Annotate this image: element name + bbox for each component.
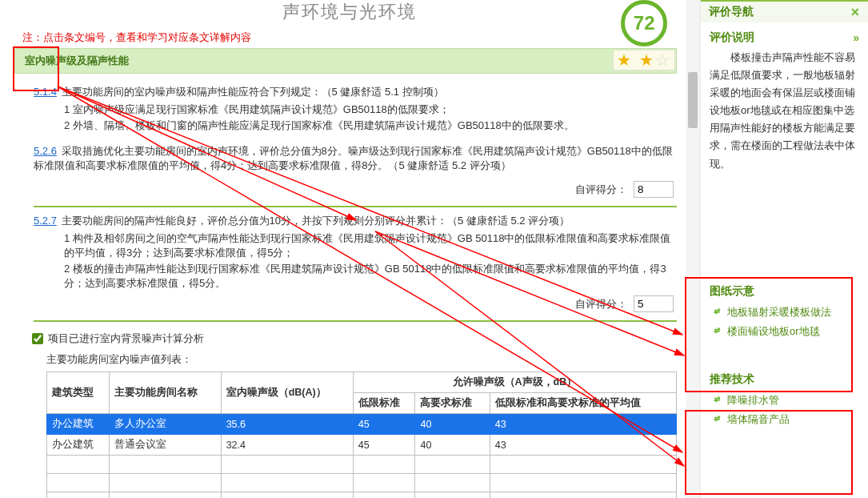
th-type: 建筑类型 <box>47 372 110 414</box>
analysis-checkbox[interactable] <box>32 333 43 344</box>
clause-527-text: 主要功能房间的隔声性能良好，评价总分值为10分，并按下列规则分别评分并累计：（5… <box>62 215 570 227</box>
cell-type: 办公建筑 <box>47 435 110 456</box>
sidebar-tech-header[interactable]: 推荐技术 <box>710 370 859 391</box>
clause-no-514[interactable]: 5.1.4 <box>34 86 57 98</box>
clause-no-526[interactable]: 5.2.6 <box>34 145 57 157</box>
cell-high: 40 <box>415 414 490 435</box>
note-hint: 注：点击条文编号，查看和学习对应条文详解内容 <box>0 30 699 48</box>
chevron-down-icon[interactable]: » <box>853 31 859 44</box>
th-allow: 允许噪声级（A声级，dB） <box>353 372 676 393</box>
share-icon <box>710 306 722 319</box>
score-row-526: 自评得分： <box>34 176 677 207</box>
sidebar-nav-title: 评价导航 <box>709 5 754 19</box>
drawing-link-1[interactable]: 地板辐射采暖楼板做法 <box>710 303 859 322</box>
drawing-link-2-label: 楼面铺设地板or地毯 <box>727 324 820 339</box>
table-row[interactable]: 办公建筑 多人办公室 35.6 45 40 43 <box>47 414 677 435</box>
th-room: 主要功能房间名称 <box>109 372 221 414</box>
cell-low: 45 <box>353 435 415 456</box>
table-row-empty[interactable] <box>47 474 677 492</box>
clause-514-sub1: 1 室内噪声级应满足现行国家标准《民用建筑隔声设计规范》GB50118的低限要求… <box>64 102 677 117</box>
stars-full: ★ ★ <box>617 51 655 69</box>
th-high: 高要求标准 <box>415 393 490 414</box>
clause-526-text: 采取措施优化主要功能房间的室内声环境，评价总分值为8分。噪声级达到现行国家标准《… <box>34 145 673 171</box>
table-row[interactable]: 办公建筑 普通会议室 32.4 45 40 43 <box>47 435 677 456</box>
th-low: 低限标准 <box>353 393 415 414</box>
cell-room: 普通会议室 <box>109 435 221 456</box>
share-icon <box>710 413 722 426</box>
drawing-link-2[interactable]: 楼面铺设地板or地毯 <box>710 322 859 341</box>
score-row-527: 自评得分： <box>34 291 677 322</box>
clause-527-sub1: 1 构件及相邻房间之间的空气声隔声性能达到现行国家标准《民用建筑隔声设计规范》G… <box>64 231 677 260</box>
share-icon <box>710 394 722 407</box>
cell-room: 多人办公室 <box>109 414 221 435</box>
drawing-link-1-label: 地板辐射采暖楼板做法 <box>727 305 831 319</box>
score-stars: ★ ★☆ <box>613 50 675 70</box>
clause-527: 5.2.7 主要功能房间的隔声性能良好，评价总分值为10分，并按下列规则分别评分… <box>34 214 677 228</box>
tech-link-2-label: 墙体隔音产品 <box>727 412 790 427</box>
cell-type: 办公建筑 <box>47 414 110 435</box>
scrollbar-thumb[interactable] <box>688 72 698 128</box>
score-badge: 72 ★ ★☆ <box>613 0 675 70</box>
clause-527-sub2: 2 楼板的撞击声隔声性能达到现行国家标准《民用建筑隔声设计规范》GB 50118… <box>64 262 677 291</box>
score-input-526[interactable] <box>634 181 674 198</box>
noise-table: 建筑类型 主要功能房间名称 室内噪声级（dB(A)） 允许噪声级（A声级，dB）… <box>46 371 677 498</box>
sidebar-nav-header[interactable]: 评价导航 ✕ <box>701 0 868 22</box>
clause-no-527[interactable]: 5.2.7 <box>34 215 57 227</box>
clause-514: 5.1.4 主要功能房间的室内噪声级和隔声性能应符合下列规定：（5 健康舒适 5… <box>34 85 677 99</box>
score-label-526: 自评得分： <box>575 183 627 195</box>
cell-db: 35.6 <box>221 414 353 435</box>
close-icon[interactable]: ✕ <box>850 6 860 18</box>
sidebar-explain-title: 评价说明 <box>710 30 754 45</box>
noise-table-title: 主要功能房间室内噪声值列表： <box>46 352 677 367</box>
section-header: 室内噪声级及隔声性能 <box>14 48 677 74</box>
clause-514-text: 主要功能房间的室内噪声级和隔声性能应符合下列规定：（5 健康舒适 5.1 控制项… <box>62 86 444 98</box>
score-circle: 72 <box>621 0 667 46</box>
share-icon <box>710 325 722 338</box>
stars-empty: ☆ <box>655 51 671 69</box>
tech-link-1[interactable]: 降噪排水管 <box>710 391 859 410</box>
cell-high: 40 <box>415 435 490 456</box>
tech-link-1-label: 降噪排水管 <box>727 393 779 408</box>
page-title: 声环境与光环境 <box>0 0 699 30</box>
cell-db: 32.4 <box>221 435 353 456</box>
table-row-empty[interactable] <box>47 492 677 499</box>
sidebar-drawings-title: 图纸示意 <box>710 284 754 299</box>
cell-low: 45 <box>353 414 415 435</box>
th-avg: 低限标准和高要求标准的平均值 <box>490 393 676 414</box>
analysis-checkbox-label: 项目已进行室内背景噪声计算分析 <box>48 331 204 346</box>
sidebar-drawings-header[interactable]: 图纸示意 <box>710 282 859 303</box>
score-input-527[interactable] <box>634 295 674 312</box>
main-scrollbar[interactable] <box>686 0 699 498</box>
score-label-527: 自评得分： <box>575 298 627 310</box>
sidebar-tech-title: 推荐技术 <box>710 372 754 387</box>
th-db: 室内噪声级（dB(A)） <box>221 372 353 414</box>
cell-avg: 43 <box>490 435 676 456</box>
sidebar-explain-header[interactable]: 评价说明 » <box>710 28 859 49</box>
cell-avg: 43 <box>490 414 676 435</box>
table-row-empty[interactable] <box>47 456 677 474</box>
sidebar-explain-text: 楼板撞击声隔声性能不容易满足低限值要求，一般地板辐射采暖的地面会有保温层或楼面铺… <box>710 49 859 173</box>
clause-514-sub2: 2 外墙、隔墙、楼板和门窗的隔声性能应满足现行国家标准《民用建筑隔声设计规范》G… <box>64 118 677 133</box>
clause-526: 5.2.6 采取措施优化主要功能房间的室内声环境，评价总分值为8分。噪声级达到现… <box>34 144 677 173</box>
tech-link-2[interactable]: 墙体隔音产品 <box>710 410 859 429</box>
